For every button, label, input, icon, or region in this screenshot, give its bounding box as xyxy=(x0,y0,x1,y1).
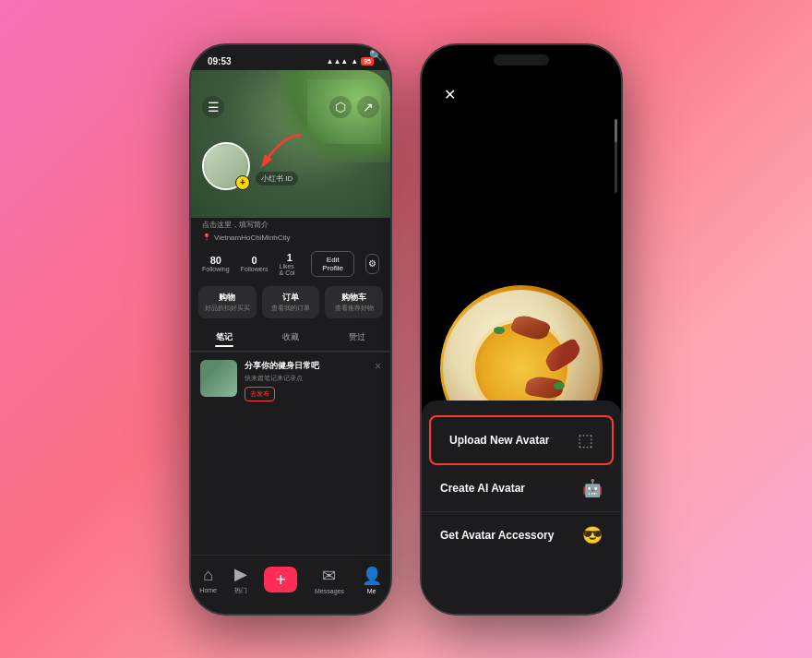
nav-create[interactable]: + xyxy=(264,567,297,592)
post-preview: 分享你的健身日常吧 快来篇笔记来记录点 去发布 × xyxy=(191,352,390,409)
battery-badge: 95 xyxy=(361,57,374,66)
shopping-title: 购物 xyxy=(202,292,253,304)
location-row: 📍 VietnamHoChiMinhCity xyxy=(202,233,379,242)
bottom-navigation: ⌂ Home ▶ 热门 + ✉ Messages 👤 Me xyxy=(191,555,390,614)
upload-icon: ⬚ xyxy=(578,430,593,450)
close-button[interactable]: ✕ xyxy=(436,82,462,108)
tab-notes[interactable]: 笔记 xyxy=(191,328,257,347)
followers-stat[interactable]: 0 Followers xyxy=(241,255,269,272)
quick-action-cart[interactable]: 购物车 查看推荐好物 xyxy=(325,286,383,318)
quick-action-orders[interactable]: 订单 查看我的订单 xyxy=(262,286,320,318)
cart-subtitle: 查看推荐好物 xyxy=(328,304,379,313)
explore-icon: ▶ xyxy=(234,564,247,584)
content-tab-bar: 笔记 收藏 赞过 🔍 xyxy=(191,324,390,352)
scroll-thumb xyxy=(615,119,617,142)
following-stat[interactable]: 80 Following xyxy=(202,255,230,272)
ai-avatar-icon: 🤖 xyxy=(582,478,603,498)
xiaohongshu-id-label: 小红书 ID xyxy=(256,172,298,185)
status-time: 09:53 xyxy=(208,56,232,66)
tab-collections[interactable]: 收藏 xyxy=(257,328,324,347)
phone2-top-bar: ✕ xyxy=(422,45,621,123)
nav-home[interactable]: ⌂ Home xyxy=(199,566,217,593)
shopping-subtitle: 好品折扣好买买 xyxy=(202,304,253,313)
nav-explore[interactable]: ▶ 热门 xyxy=(234,564,247,595)
create-ai-avatar-label: Create AI Avatar xyxy=(440,482,525,495)
menu-icon-button[interactable]: ☰ xyxy=(202,96,224,118)
herb-1 xyxy=(494,327,505,334)
export-icon: ↗ xyxy=(363,100,374,114)
create-button[interactable]: + xyxy=(264,567,297,592)
messages-icon: ✉ xyxy=(322,566,336,586)
get-avatar-accessory-label: Get Avatar Accessory xyxy=(440,529,554,542)
phone1-content: 09:53 ▲▲▲ ▲ 95 ☰ ⬡ ↗ xyxy=(191,45,390,614)
menu-icon: ☰ xyxy=(208,100,220,114)
settings-button[interactable]: ⚙ xyxy=(365,254,379,274)
upload-new-avatar-item[interactable]: Upload New Avatar ⬚ xyxy=(429,415,614,465)
bio-section: 点击这里，填写简介 📍 VietnamHoChiMinhCity xyxy=(191,218,390,247)
accessory-icon: 😎 xyxy=(582,525,603,545)
status-bar: 09:53 ▲▲▲ ▲ 95 xyxy=(191,45,390,70)
settings-icon: ⚙ xyxy=(368,258,376,269)
status-icons: ▲▲▲ ▲ 95 xyxy=(327,57,374,66)
followers-number: 0 xyxy=(251,255,257,266)
scroll-indicator xyxy=(615,119,617,193)
following-label: Following xyxy=(202,266,230,272)
avatar-section: + xyxy=(202,142,250,190)
post-desc: 快来篇笔记来记录点 xyxy=(245,374,367,383)
quick-actions: 购物 好品折扣好买买 订单 查看我的订单 购物车 查看推荐好物 xyxy=(191,281,390,324)
likes-number: 1 xyxy=(287,252,293,263)
upload-avatar-label: Upload New Avatar xyxy=(449,434,549,447)
location-text: VietnamHoChiMinhCity xyxy=(214,233,291,242)
nav-home-label: Home xyxy=(199,587,217,593)
header-top-icons: ☰ ⬡ ↗ xyxy=(191,96,390,118)
post-publish-badge[interactable]: 去发布 xyxy=(245,387,275,401)
post-thumbnail xyxy=(200,360,237,397)
likes-label: Likes & Col xyxy=(280,263,301,276)
phone-profile: 09:53 ▲▲▲ ▲ 95 ☰ ⬡ ↗ xyxy=(189,43,392,616)
avatar-container[interactable]: + xyxy=(202,142,250,190)
share-icon-button[interactable]: ⬡ xyxy=(329,96,352,118)
avatar-menu: Upload New Avatar ⬚ Create AI Avatar 🤖 G… xyxy=(422,401,621,614)
plus-icon: + xyxy=(240,177,245,187)
tab-likes[interactable]: 赞过 xyxy=(324,328,390,347)
nav-messages[interactable]: ✉ Messages xyxy=(315,566,344,594)
nav-me[interactable]: 👤 Me xyxy=(362,566,382,594)
herb-2 xyxy=(554,382,565,389)
nav-me-label: Me xyxy=(367,588,376,594)
get-avatar-accessory-item[interactable]: Get Avatar Accessory 😎 xyxy=(422,512,621,558)
followers-label: Followers xyxy=(241,266,269,272)
share-icon: ⬡ xyxy=(335,100,346,114)
quick-action-shopping[interactable]: 购物 好品折扣好买买 xyxy=(198,286,257,318)
bio-text[interactable]: 点击这里，填写简介 xyxy=(202,220,379,230)
likes-stat[interactable]: 1 Likes & Col xyxy=(280,252,301,276)
phone2-content: ✕ Upload New xyxy=(422,45,621,614)
edit-profile-button[interactable]: Edit Profile xyxy=(311,251,354,277)
post-title: 分享你的健身日常吧 xyxy=(245,360,367,372)
location-icon: 📍 xyxy=(202,233,211,242)
home-icon: ⌂ xyxy=(203,566,213,585)
profile-header: ☰ ⬡ ↗ + xyxy=(191,70,390,218)
phone-avatar-upload: ✕ Upload New xyxy=(420,43,623,616)
cart-title: 购物车 xyxy=(328,292,379,304)
profile-icon: 👤 xyxy=(362,566,382,586)
wifi-icon: ▲ xyxy=(351,57,358,66)
create-ai-avatar-item[interactable]: Create AI Avatar 🤖 xyxy=(422,465,621,512)
nav-messages-label: Messages xyxy=(315,588,344,594)
post-close-button[interactable]: × xyxy=(375,360,381,373)
nav-explore-label: 热门 xyxy=(234,586,247,595)
following-number: 80 xyxy=(210,255,221,266)
orders-title: 订单 xyxy=(266,292,316,304)
avatar-plus-button[interactable]: + xyxy=(235,175,250,190)
stats-row: 80 Following 0 Followers 1 Likes & Col E… xyxy=(191,247,390,281)
post-info: 分享你的健身日常吧 快来篇笔记来记录点 去发布 xyxy=(245,360,367,401)
orders-subtitle: 查看我的订单 xyxy=(266,304,316,313)
post-thumb-inner xyxy=(200,360,237,397)
header-right-icons: ⬡ ↗ xyxy=(329,96,379,118)
signal-icon: ▲▲▲ xyxy=(327,57,349,66)
export-icon-button[interactable]: ↗ xyxy=(357,96,379,118)
